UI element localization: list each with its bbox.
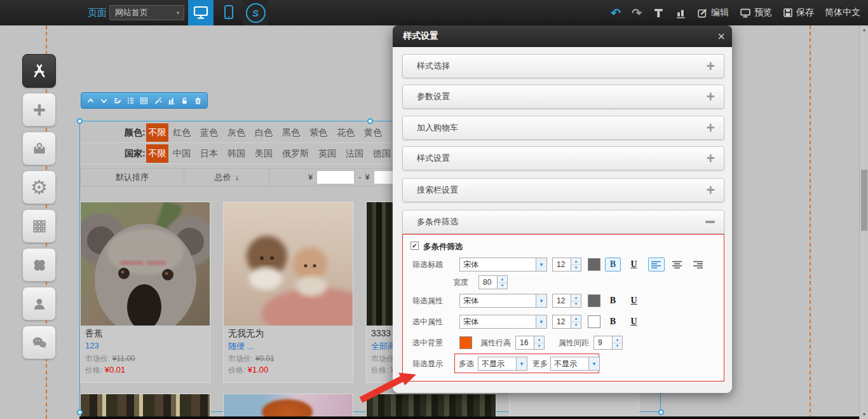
spin-down-icon[interactable]: ▼ (571, 322, 581, 329)
stats-icon[interactable] (165, 95, 177, 106)
preview-button[interactable]: 预览 (740, 7, 772, 18)
magic-wand-icon[interactable] (152, 95, 163, 106)
product-card[interactable] (366, 394, 496, 418)
accordion-add-to-cart[interactable]: 加入购物车 + (402, 116, 724, 140)
spin-down-icon[interactable]: ▼ (571, 301, 581, 308)
attr-color-swatch[interactable] (588, 294, 600, 307)
sliders-icon[interactable] (139, 95, 150, 106)
underline-button[interactable]: U (626, 258, 642, 271)
filter-option[interactable]: 红色 (173, 127, 191, 139)
multi-select-dropdown[interactable]: 不显示 ▼ (478, 357, 527, 371)
accordion-multi-filter[interactable]: 多条件筛选 (402, 210, 724, 234)
link-mode-button[interactable]: S (243, 0, 268, 25)
width-stepper[interactable]: 80 ▲▼ (478, 275, 508, 289)
ruler-icon[interactable] (653, 7, 664, 18)
product-card[interactable]: 香蕉 123 市场价: ¥11.00 价格: ¥0.01 (80, 202, 210, 383)
close-icon[interactable]: × (710, 29, 732, 44)
filter-option[interactable]: 韩国 (227, 148, 245, 160)
multi-filter-checkbox[interactable]: ✔ (410, 242, 419, 250)
filter-option-selected[interactable]: 不限 (146, 144, 168, 163)
save-button[interactable]: 保存 (783, 7, 814, 18)
edit-button[interactable]: 编辑 (697, 7, 729, 18)
selection-handle-top-left[interactable] (77, 118, 83, 124)
more-select-dropdown[interactable]: 不显示 ▼ (550, 357, 600, 371)
sidebar-item-wechat[interactable] (22, 326, 56, 359)
font-select[interactable]: 宋体 ▼ (459, 315, 547, 329)
filter-option[interactable]: 美国 (255, 148, 273, 160)
font-select[interactable]: 宋体 ▼ (459, 258, 547, 271)
sidebar-item-components[interactable] (22, 54, 56, 88)
spin-up-icon[interactable]: ▲ (571, 315, 581, 322)
scroll-up-icon[interactable]: ▲ (860, 25, 868, 34)
scrollbar-thumb[interactable] (861, 170, 867, 231)
mobile-view-button[interactable] (216, 0, 241, 25)
selected-color-swatch[interactable] (588, 315, 600, 328)
undo-icon[interactable]: ↶ (611, 6, 621, 20)
filter-option[interactable]: 白色 (255, 127, 273, 139)
sidebar-item-toolbox[interactable] (22, 132, 56, 165)
bold-button[interactable]: B (605, 315, 621, 329)
price-min-input[interactable] (316, 170, 355, 184)
accordion-search-bar[interactable]: 搜索栏设置 + (402, 178, 724, 202)
filter-option[interactable]: 德国 (373, 148, 391, 160)
chart-icon[interactable] (675, 7, 686, 18)
sort-default[interactable]: 默认排序 (81, 168, 184, 186)
spin-down-icon[interactable]: ▼ (498, 283, 507, 289)
sidebar-item-add[interactable] (22, 93, 56, 127)
panel-header[interactable]: 样式设置 × (393, 25, 732, 47)
spin-down-icon[interactable]: ▼ (534, 343, 544, 350)
spin-up-icon[interactable]: ▲ (498, 276, 507, 283)
spin-up-icon[interactable]: ▲ (534, 336, 544, 343)
bold-button[interactable]: B (605, 294, 621, 308)
sidebar-item-apps[interactable] (22, 248, 56, 282)
redo-icon[interactable]: ↷ (632, 6, 642, 20)
filter-option[interactable]: 法国 (346, 148, 363, 160)
align-left-button[interactable] (648, 258, 665, 271)
spin-up-icon[interactable]: ▲ (613, 336, 622, 343)
spin-down-icon[interactable]: ▼ (571, 265, 581, 271)
filter-option[interactable]: 俄罗斯 (282, 148, 309, 160)
accordion-parameters[interactable]: 参数设置 + (402, 85, 724, 109)
lock-icon[interactable] (179, 95, 190, 106)
spin-up-icon[interactable]: ▲ (571, 294, 581, 301)
font-size-stepper[interactable]: 12 ▲▼ (552, 315, 581, 329)
filter-option[interactable]: 蓝色 (200, 127, 218, 139)
sort-price[interactable]: 总价 ↓ (185, 168, 269, 186)
spin-down-icon[interactable]: ▼ (613, 343, 622, 350)
background-color-swatch[interactable] (459, 336, 472, 349)
desktop-view-button[interactable] (188, 0, 214, 25)
selection-handle-top-center[interactable] (367, 118, 373, 124)
product-card[interactable] (80, 394, 210, 418)
filter-option[interactable]: 英国 (318, 148, 336, 160)
accordion-style-select[interactable]: 样式选择 + (402, 54, 724, 78)
font-size-stepper[interactable]: 12 ▲▼ (552, 258, 581, 271)
product-card[interactable] (509, 394, 639, 418)
product-link[interactable]: 随便 ... (228, 341, 254, 352)
line-height-stepper[interactable]: 16 ▲▼ (515, 336, 545, 350)
accordion-style-settings[interactable]: 样式设置 + (402, 146, 724, 170)
align-center-button[interactable] (669, 258, 686, 271)
sidebar-item-modules[interactable] (22, 209, 56, 243)
font-select[interactable]: 宋体 ▼ (459, 294, 547, 308)
filter-option[interactable]: 灰色 (227, 127, 245, 139)
font-size-stepper[interactable]: 12 ▲▼ (552, 294, 581, 308)
selection-handle-bottom-left[interactable] (77, 409, 83, 415)
product-link[interactable]: 123 (85, 341, 99, 350)
underline-button[interactable]: U (626, 294, 642, 308)
spacing-stepper[interactable]: 9 ▲▼ (593, 336, 623, 350)
filter-option[interactable]: 黄色 (364, 127, 382, 139)
filter-option[interactable]: 中国 (173, 148, 191, 160)
underline-button[interactable]: U (626, 315, 642, 329)
edit-content-icon[interactable] (112, 95, 123, 106)
product-card[interactable]: 无我无为 随便 ... 市场价: ¥0.01 价格: ¥1.00 (223, 202, 353, 383)
move-up-icon[interactable] (85, 95, 97, 106)
page-scrollbar[interactable]: ▲ ▼ (859, 25, 868, 419)
scroll-down-icon[interactable]: ▼ (860, 410, 868, 419)
title-color-swatch[interactable] (588, 258, 600, 271)
sidebar-item-settings[interactable]: ⚙ (22, 170, 56, 204)
spin-up-icon[interactable]: ▲ (571, 258, 581, 265)
bold-button[interactable]: B (605, 258, 621, 271)
filter-option[interactable]: 紫色 (309, 127, 327, 139)
sidebar-item-members[interactable] (22, 287, 56, 320)
product-card[interactable] (223, 394, 353, 418)
